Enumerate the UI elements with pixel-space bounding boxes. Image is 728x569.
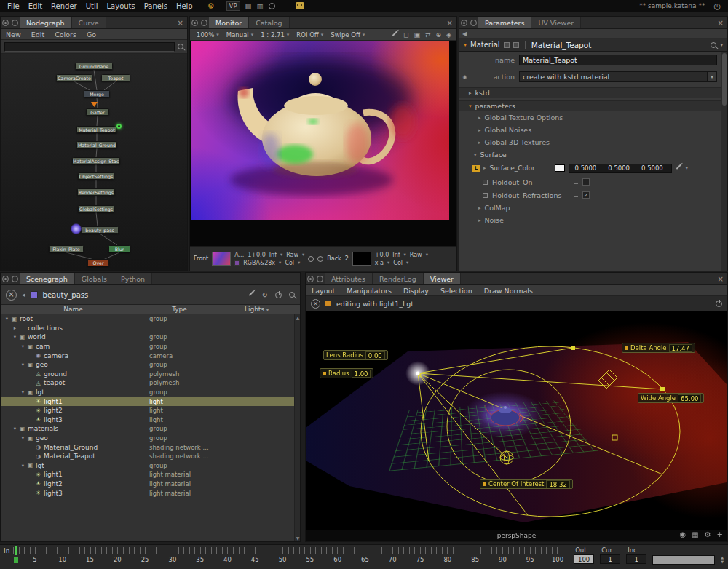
- chevron-down-icon[interactable]: ▾: [720, 42, 723, 48]
- history-back-icon[interactable]: ◀: [462, 31, 467, 37]
- swap-ab-icon[interactable]: ⇄: [425, 31, 431, 39]
- expander-icon[interactable]: ▾: [20, 362, 26, 367]
- manipulator-label[interactable]: Delta Angle 17.47: [622, 343, 695, 353]
- toolbar-dropdown[interactable]: 100%▾: [193, 31, 223, 39]
- live-update-icon[interactable]: [275, 292, 282, 298]
- edit-pen-icon[interactable]: [676, 164, 681, 170]
- tab[interactable]: Attributes: [325, 273, 373, 284]
- column-name[interactable]: Name: [1, 306, 146, 313]
- graph-node[interactable]: Gaffer: [86, 108, 109, 116]
- back-exposure[interactable]: +0.0: [375, 252, 389, 258]
- frame-number[interactable]: 65: [352, 556, 379, 563]
- scroll-up-icon[interactable]: ▲: [295, 314, 300, 321]
- timeline-ruler[interactable]: [13, 547, 566, 554]
- scenegraph-row[interactable]: ▾ ▣ lgt group: [1, 461, 300, 471]
- menu-item[interactable]: Colors: [50, 31, 82, 39]
- link-a-icon[interactable]: [308, 256, 314, 262]
- param-state-icon[interactable]: ◉: [462, 74, 468, 80]
- save-icon[interactable]: ▤: [245, 2, 252, 10]
- toolbar-dropdown[interactable]: Swipe Off▾: [327, 31, 368, 39]
- name-input[interactable]: [519, 55, 717, 65]
- holdout-on-checkbox[interactable]: [582, 178, 590, 186]
- settings-gear-icon[interactable]: ⚙: [207, 1, 215, 11]
- frame-number[interactable]: 100: [544, 556, 571, 563]
- node-link-icon[interactable]: [513, 42, 519, 48]
- tab[interactable]: Viewer: [424, 273, 461, 284]
- scenegraph-row[interactable]: ☀ light1 light material: [1, 470, 300, 480]
- menu-item[interactable]: Edit: [24, 1, 47, 11]
- tab[interactable]: Scenegraph: [20, 273, 75, 284]
- frame-spinner[interactable]: ▲▼: [721, 555, 724, 564]
- tab[interactable]: Catalog: [249, 17, 289, 28]
- frame-number[interactable]: 15: [76, 556, 104, 563]
- power-icon[interactable]: [269, 3, 275, 9]
- label-value[interactable]: 17.47: [669, 344, 692, 352]
- graph-node[interactable]: ObjectSettings: [78, 172, 114, 180]
- front-exposure[interactable]: 1+0.0: [248, 252, 266, 258]
- search-icon[interactable]: [289, 292, 295, 298]
- local-badge[interactable]: L: [472, 165, 480, 172]
- holdout-refractions-checkbox[interactable]: ✓: [582, 191, 590, 199]
- tab[interactable]: Monitor: [209, 17, 249, 28]
- manipulator-label[interactable]: Lens Radius 0.00: [323, 350, 388, 360]
- chevron-down-icon[interactable]: ▾: [686, 165, 689, 171]
- param-group-row[interactable]: ▸ ColMap: [459, 202, 727, 214]
- current-frame-field[interactable]: 1: [600, 554, 620, 564]
- manipulator-label[interactable]: Center Of Interest 18.32: [480, 479, 573, 489]
- scenegraph-row[interactable]: ▾ ▣ cam group: [1, 342, 300, 351]
- close-icon[interactable]: ×: [714, 18, 727, 28]
- refresh-icon[interactable]: ↻: [262, 291, 268, 299]
- expander-icon[interactable]: ▾: [20, 343, 26, 349]
- scenegraph-row[interactable]: ☀ light3 light material: [1, 488, 300, 498]
- menu-item[interactable]: Panels: [140, 1, 172, 11]
- frame-number[interactable]: 35: [186, 556, 214, 563]
- color-component-value[interactable]: 0.5000: [641, 164, 663, 172]
- menu-item[interactable]: Display: [397, 287, 435, 295]
- back-col[interactable]: Col: [393, 260, 403, 266]
- stop-editing-icon[interactable]: ×: [311, 299, 320, 309]
- monitor-image-area[interactable]: [190, 41, 456, 246]
- spin-down-icon[interactable]: ▼: [721, 560, 724, 564]
- menu-item[interactable]: Draw Normals: [478, 287, 539, 295]
- param-group-row[interactable]: ▸ Global 3D Textures: [459, 136, 727, 148]
- graph-node[interactable]: Material_Teapot: [76, 126, 117, 133]
- expander-icon[interactable]: ▾: [4, 316, 10, 322]
- graph-node[interactable]: GroundPlane: [75, 63, 113, 70]
- collapse-arrow-icon[interactable]: ▾: [464, 41, 467, 48]
- search-icon[interactable]: [178, 44, 183, 49]
- back-xa[interactable]: x a: [375, 260, 384, 266]
- scenegraph-row[interactable]: ◑ Material_Ground shading network ...: [1, 442, 300, 452]
- pane-menu-icon[interactable]: [461, 20, 467, 26]
- expander-icon[interactable]: ▸: [12, 325, 18, 331]
- annotate-pen-icon[interactable]: [392, 31, 398, 36]
- clear-working-set-icon[interactable]: ×: [6, 290, 17, 301]
- tab[interactable]: Nodegraph: [20, 17, 72, 28]
- scenegraph-row[interactable]: ▾ ▣ root group: [1, 314, 300, 324]
- toolbar-dropdown[interactable]: ROI Off▾: [293, 31, 327, 39]
- frame-number[interactable]: 30: [159, 556, 186, 563]
- param-group-row[interactable]: ▸ Global Texture Options: [459, 111, 727, 124]
- link-b-icon[interactable]: [317, 256, 323, 262]
- graph-node[interactable]: GlobalSettings: [78, 205, 114, 212]
- color-swatch[interactable]: [555, 164, 565, 172]
- param-group-row[interactable]: ▸ Global Noises: [459, 124, 727, 136]
- edit-pen-icon[interactable]: [248, 290, 254, 296]
- scrollbar[interactable]: [721, 52, 727, 271]
- camera-shape-name[interactable]: perspShape: [497, 532, 537, 539]
- frame-number[interactable]: 10: [49, 556, 76, 563]
- close-icon[interactable]: ×: [714, 274, 727, 284]
- back-inf[interactable]: Inf: [392, 252, 400, 258]
- frame-number[interactable]: 60: [324, 556, 352, 563]
- scenegraph-row[interactable]: ▾ ▣ geo group: [1, 434, 300, 443]
- expander-icon[interactable]: ▾: [20, 435, 26, 441]
- pane-float-icon[interactable]: [470, 20, 477, 26]
- frame-number[interactable]: 85: [462, 556, 489, 563]
- increment-field[interactable]: 1: [626, 554, 646, 564]
- graph-node[interactable]: Merge: [84, 90, 110, 98]
- toolbar-dropdown[interactable]: 1 : 2.71▾: [257, 31, 293, 39]
- pane-float-icon[interactable]: [12, 276, 18, 282]
- label-value[interactable]: 65.00: [678, 394, 701, 402]
- render-queue-icon[interactable]: ▥: [257, 2, 264, 10]
- color-values[interactable]: 0.50000.50000.5000: [569, 164, 672, 173]
- scenegraph-row[interactable]: ◉ camera camera: [1, 351, 300, 360]
